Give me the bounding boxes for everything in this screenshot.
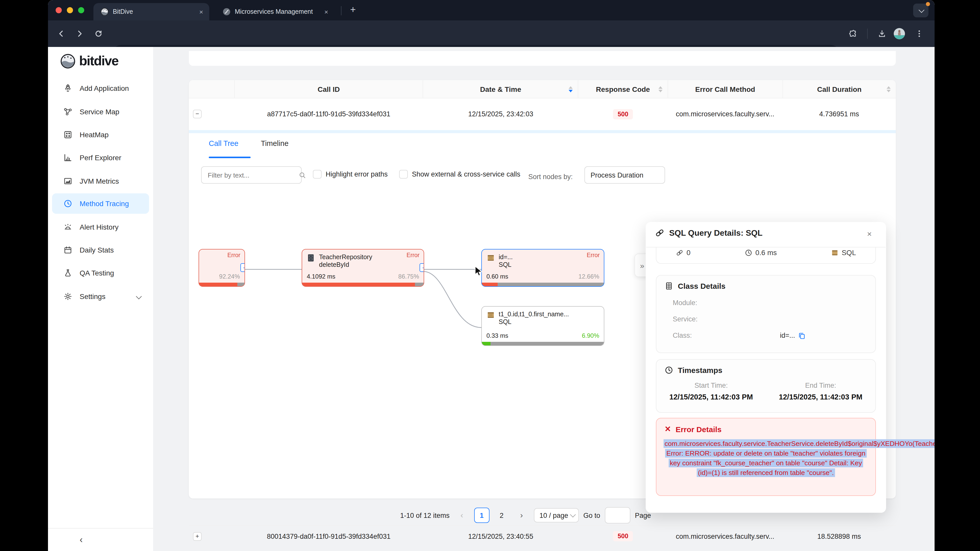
header-date-time[interactable]: Date & Time <box>423 80 579 98</box>
pagination: 1-10 of 12 items ‹ 1 2 › 10 / page Go to… <box>400 506 651 524</box>
sidebar-item-daily-stats[interactable]: Daily Stats <box>52 240 149 260</box>
timestamps-card: Timestamps Start Time: 12/15/2025, 11:42… <box>656 359 876 413</box>
close-panel-button[interactable]: × <box>864 229 875 239</box>
timestamps-header: Timestamps <box>656 360 875 375</box>
chevron-down-icon <box>919 7 924 13</box>
end-time: End Time: 12/15/2025, 11:42:03 PM <box>766 382 875 401</box>
checkbox-label: Show external & cross-service calls <box>412 170 520 178</box>
show-external-option[interactable]: Show external & cross-service calls <box>399 170 520 179</box>
header-expand-col <box>189 80 234 98</box>
sort-icons[interactable] <box>569 86 573 92</box>
sort-nodes-value: Process Duration <box>590 171 643 179</box>
panel-title: SQL Query Details: SQL <box>669 228 762 238</box>
error-badge: Error <box>587 252 600 258</box>
tree-node-teacher-repository[interactable]: Error TeacherRepository deleteById <box>302 249 424 287</box>
checkbox[interactable] <box>399 170 408 179</box>
sort-nodes-label: Sort nodes by: <box>528 173 573 181</box>
copy-icon[interactable] <box>798 332 805 339</box>
goto-page-input[interactable] <box>605 507 630 524</box>
extensions-icon[interactable] <box>847 27 859 40</box>
sidebar-item-method-tracing[interactable]: Method Tracing <box>52 193 149 214</box>
screen: BitDive × Microservices Management × + <box>0 0 980 551</box>
maximize-window-button[interactable] <box>78 7 84 13</box>
page-1-button[interactable]: 1 <box>474 508 490 523</box>
sidebar-item-jvm-metrics[interactable]: JVM Metrics <box>52 171 149 191</box>
minimize-window-button[interactable] <box>67 7 73 13</box>
node-subtitle: deleteById <box>319 261 372 269</box>
bitdive-logo: bitdive <box>60 53 118 69</box>
sidebar-item-label: Method Tracing <box>80 200 129 208</box>
next-page-button[interactable]: › <box>514 508 529 523</box>
table-row[interactable]: − a87717c5-da0f-11f0-91d5-39fd334ef031 1… <box>189 98 896 130</box>
rocket-icon <box>63 84 73 93</box>
new-tab-button[interactable]: + <box>350 4 356 15</box>
filter-input[interactable] <box>207 171 299 179</box>
reload-button[interactable] <box>92 27 105 40</box>
tab-microservices[interactable]: Microservices Management × <box>215 3 334 21</box>
start-time: Start Time: 12/15/2025, 11:42:03 PM <box>656 382 766 401</box>
tree-node-sql-select[interactable]: t1_0.id,t1_0.first_name... SQL 0.33 ms 6… <box>481 306 605 346</box>
calendar-icon <box>63 245 73 254</box>
tab-close-icon[interactable]: × <box>199 8 203 16</box>
header-call-id[interactable]: Call ID <box>234 80 423 98</box>
prev-page-button[interactable]: ‹ <box>454 508 469 523</box>
sql-query-details-panel: SQL Query Details: SQL × 0 0.6 ms <box>646 222 886 513</box>
error-details-card: ✕ Error Details com.microservices.facult… <box>656 418 876 496</box>
sort-icons[interactable] <box>658 86 662 92</box>
checkbox[interactable] <box>313 170 321 179</box>
page-size-select[interactable]: 10 / page <box>534 508 579 522</box>
collapse-node-button[interactable]: − <box>240 263 245 272</box>
collapse-row-button[interactable]: − <box>193 110 202 118</box>
duration-cell: 4.736951 ms <box>783 98 896 130</box>
browser-chevron-button[interactable] <box>913 3 928 17</box>
header-call-duration[interactable]: Call Duration <box>783 80 896 98</box>
sidebar-item-service-map[interactable]: Service Map <box>52 102 149 122</box>
notification-dot <box>926 2 930 6</box>
tab-close-icon[interactable]: × <box>325 8 328 16</box>
tab-call-tree[interactable]: Call Tree <box>209 139 239 148</box>
tab-title: BitDive <box>113 8 193 15</box>
downloads-icon[interactable] <box>876 27 888 40</box>
sidebar-item-alert-history[interactable]: Alert History <box>52 217 149 237</box>
sidebar-item-add-application[interactable]: Add Application <box>52 78 149 98</box>
link-icon <box>655 228 665 238</box>
class-label: Class: <box>673 332 749 339</box>
error-details-header: ✕ Error Details <box>656 418 875 433</box>
expand-row-button[interactable]: + <box>193 532 202 540</box>
pagination-total: 1-10 of 12 items <box>400 511 450 519</box>
close-window-button[interactable] <box>56 7 62 13</box>
node-progress <box>482 283 604 286</box>
tab-timeline[interactable]: Timeline <box>261 139 289 148</box>
sidebar-item-perf-explorer[interactable]: Perf Explorer <box>52 148 149 168</box>
sidebar-item-settings[interactable]: Settings <box>52 286 149 306</box>
mouse-cursor <box>475 266 484 277</box>
highlight-errors-option[interactable]: Highlight error paths <box>313 170 388 179</box>
browser-menu-icon[interactable] <box>913 27 925 40</box>
sql-scroll-icon <box>831 249 838 256</box>
sidebar-item-heatmap[interactable]: HeatMap <box>52 124 149 145</box>
sql-scroll-icon <box>487 311 495 319</box>
back-button[interactable] <box>55 27 67 40</box>
forward-button[interactable] <box>73 27 86 40</box>
sidebar-collapse-button[interactable]: ‹ <box>80 535 83 545</box>
end-time-value: 12/15/2025, 11:42:03 PM <box>766 393 875 401</box>
class-details-header: Class Details <box>656 275 875 290</box>
node-title: t1_0.id,t1_0.first_name... <box>499 311 569 318</box>
header-response-code[interactable]: Response Code <box>579 80 668 98</box>
error-x-icon: ✕ <box>665 424 671 433</box>
sort-icons[interactable] <box>886 86 891 92</box>
profile-avatar[interactable] <box>893 27 905 40</box>
call-count-stat: 0 <box>676 248 690 257</box>
search-icon[interactable] <box>299 171 306 179</box>
toolbar-divider <box>867 29 868 39</box>
sidebar-item-qa-testing[interactable]: QA Testing <box>52 263 149 283</box>
tab-bitdive[interactable]: BitDive × <box>94 3 209 21</box>
collapse-node-button[interactable]: − <box>420 263 424 272</box>
tree-node-root[interactable]: Error 92.24% − <box>199 249 245 287</box>
cabinet-icon <box>665 282 673 290</box>
table-row[interactable]: + 80014379-da0f-11f0-91d5-39fd334ef031 1… <box>189 526 896 546</box>
page-2-button[interactable]: 2 <box>494 508 509 523</box>
header-error-call-method: Error Call Method <box>668 80 783 98</box>
call-id-cell: a87717c5-da0f-11f0-91d5-39fd334ef031 <box>234 98 423 130</box>
tree-node-sql-delete[interactable]: Error id=... SQL <box>481 249 605 287</box>
